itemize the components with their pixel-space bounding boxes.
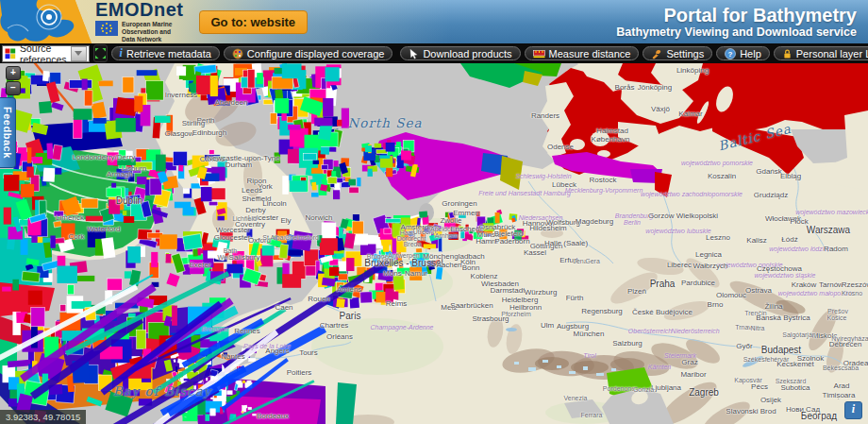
zoom-in-button[interactable]: +: [6, 66, 21, 80]
svg-text:?: ?: [728, 49, 733, 58]
brand-title: EMODnet: [95, 0, 184, 19]
map-viewport[interactable]: North SeaBaltic SeaBay of BiscayBretagne…: [0, 63, 868, 424]
configure-coverage-button[interactable]: Configure displayed coverage: [224, 46, 393, 60]
toolbar: Source references i Retrieve metadata Co…: [0, 43, 868, 63]
expand-arrows-icon: [94, 47, 107, 59]
wrench-icon: [651, 48, 662, 59]
retrieve-metadata-button[interactable]: i Retrieve metadata: [111, 46, 220, 60]
measure-distance-button[interactable]: Measure distance: [525, 46, 640, 60]
ruler-icon: [533, 48, 545, 59]
feedback-tab[interactable]: Feedback: [0, 97, 16, 168]
retrieve-metadata-label: Retrieve metadata: [126, 48, 211, 59]
help-button[interactable]: ? Help: [716, 46, 770, 60]
header: EMODnet European Marine Observation and …: [0, 0, 868, 43]
page-subtitle: Bathymetry Viewing and Download service: [616, 25, 857, 39]
settings-button[interactable]: Settings: [643, 46, 712, 60]
info-icon: i: [120, 46, 123, 60]
map-canvas[interactable]: [0, 63, 868, 424]
chevron-down-icon: [75, 51, 82, 56]
goto-website-button[interactable]: Go to: website: [199, 10, 309, 34]
palette-icon: [232, 48, 243, 59]
emodnet-logo[interactable]: [0, 0, 92, 43]
eu-flag-icon: [95, 21, 118, 36]
attribution-info-button[interactable]: i: [844, 401, 862, 419]
expand-layers-button[interactable]: [93, 44, 108, 62]
settings-label: Settings: [666, 48, 704, 59]
help-label: Help: [740, 48, 761, 59]
brand-tagline: European Marine Observation and Data Net…: [122, 21, 173, 44]
download-products-button[interactable]: Download products: [400, 46, 520, 60]
personal-layer-login-label: Personal layer Login: [796, 48, 868, 59]
page-title: Portal for Bathymetry: [616, 5, 857, 25]
emodnet-logo-icon: [0, 0, 92, 43]
layer-select-value: Source references: [20, 42, 67, 65]
download-products-label: Download products: [423, 48, 511, 59]
measure-distance-label: Measure distance: [549, 48, 631, 59]
lock-icon: [782, 48, 793, 59]
emodnet-bathymetry-portal: EMODnet European Marine Observation and …: [0, 0, 868, 424]
help-icon: ?: [725, 48, 736, 59]
zoom-out-button[interactable]: −: [6, 81, 21, 95]
layers-icon: [5, 48, 16, 59]
dropdown-button[interactable]: [71, 46, 87, 61]
personal-layer-login-button[interactable]: Personal layer Login: [774, 46, 868, 60]
brand-block: EMODnet European Marine Observation and …: [95, 0, 184, 43]
zoom-controls: + −: [6, 66, 21, 95]
portal-titles: Portal for Bathymetry Bathymetry Viewing…: [616, 5, 857, 39]
configure-coverage-label: Configure displayed coverage: [247, 48, 385, 59]
cursor-coordinates: 3.92383, 49.78015: [0, 410, 86, 424]
layer-select-dropdown[interactable]: Source references: [2, 45, 90, 62]
cursor-icon: [409, 48, 419, 59]
